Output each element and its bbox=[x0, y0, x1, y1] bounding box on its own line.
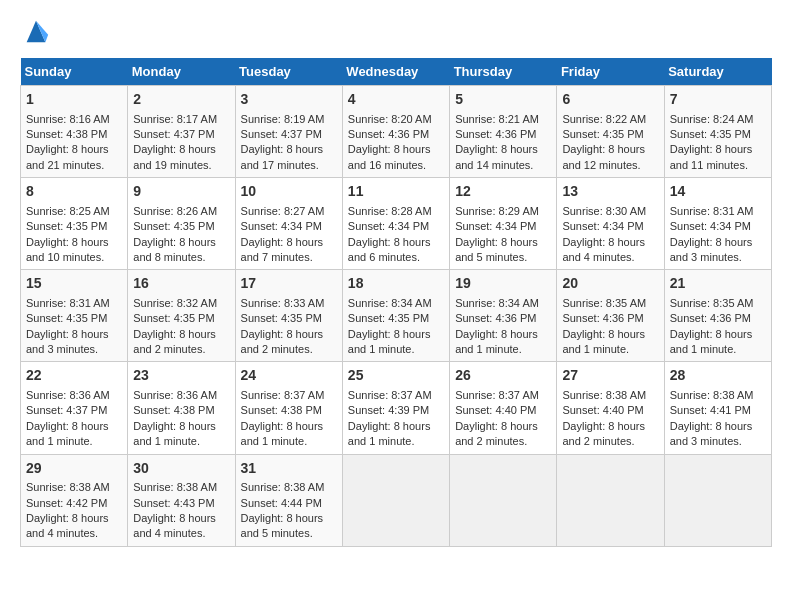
calendar-cell: 2Sunrise: 8:17 AMSunset: 4:37 PMDaylight… bbox=[128, 86, 235, 178]
daylight-minutes: and 7 minutes. bbox=[241, 251, 313, 263]
daylight-minutes: and 17 minutes. bbox=[241, 159, 319, 171]
daylight-label: Daylight: 8 hours bbox=[670, 328, 753, 340]
daylight-label: Daylight: 8 hours bbox=[241, 512, 324, 524]
sunset-line: Sunset: 4:35 PM bbox=[670, 128, 751, 140]
sunset-line: Sunset: 4:36 PM bbox=[348, 128, 429, 140]
sunrise-line: Sunrise: 8:38 AM bbox=[26, 481, 110, 493]
daylight-minutes: and 1 minute. bbox=[241, 435, 308, 447]
sunrise-line: Sunrise: 8:29 AM bbox=[455, 205, 539, 217]
sunset-line: Sunset: 4:38 PM bbox=[241, 404, 322, 416]
day-number: 26 bbox=[455, 366, 551, 386]
day-header-wednesday: Wednesday bbox=[342, 58, 449, 86]
daylight-label: Daylight: 8 hours bbox=[348, 236, 431, 248]
daylight-minutes: and 1 minute. bbox=[133, 435, 200, 447]
sunset-line: Sunset: 4:39 PM bbox=[348, 404, 429, 416]
day-header-monday: Monday bbox=[128, 58, 235, 86]
day-number: 13 bbox=[562, 182, 658, 202]
daylight-minutes: and 1 minute. bbox=[670, 343, 737, 355]
daylight-minutes: and 6 minutes. bbox=[348, 251, 420, 263]
calendar-cell: 10Sunrise: 8:27 AMSunset: 4:34 PMDayligh… bbox=[235, 178, 342, 270]
daylight-minutes: and 16 minutes. bbox=[348, 159, 426, 171]
daylight-label: Daylight: 8 hours bbox=[455, 420, 538, 432]
sunrise-line: Sunrise: 8:16 AM bbox=[26, 113, 110, 125]
calendar-week-row: 29Sunrise: 8:38 AMSunset: 4:42 PMDayligh… bbox=[21, 454, 772, 546]
daylight-minutes: and 1 minute. bbox=[348, 435, 415, 447]
sunrise-line: Sunrise: 8:21 AM bbox=[455, 113, 539, 125]
calendar-cell: 14Sunrise: 8:31 AMSunset: 4:34 PMDayligh… bbox=[664, 178, 771, 270]
calendar-cell: 28Sunrise: 8:38 AMSunset: 4:41 PMDayligh… bbox=[664, 362, 771, 454]
daylight-minutes: and 3 minutes. bbox=[670, 251, 742, 263]
day-header-friday: Friday bbox=[557, 58, 664, 86]
daylight-label: Daylight: 8 hours bbox=[26, 328, 109, 340]
sunset-line: Sunset: 4:34 PM bbox=[455, 220, 536, 232]
day-number: 10 bbox=[241, 182, 337, 202]
sunset-line: Sunset: 4:36 PM bbox=[455, 312, 536, 324]
daylight-minutes: and 5 minutes. bbox=[241, 527, 313, 539]
daylight-label: Daylight: 8 hours bbox=[241, 328, 324, 340]
daylight-minutes: and 1 minute. bbox=[562, 343, 629, 355]
daylight-label: Daylight: 8 hours bbox=[133, 143, 216, 155]
calendar-cell: 3Sunrise: 8:19 AMSunset: 4:37 PMDaylight… bbox=[235, 86, 342, 178]
calendar-cell: 21Sunrise: 8:35 AMSunset: 4:36 PMDayligh… bbox=[664, 270, 771, 362]
daylight-label: Daylight: 8 hours bbox=[133, 420, 216, 432]
sunrise-line: Sunrise: 8:38 AM bbox=[562, 389, 646, 401]
sunset-line: Sunset: 4:36 PM bbox=[562, 312, 643, 324]
daylight-label: Daylight: 8 hours bbox=[241, 143, 324, 155]
calendar-cell: 15Sunrise: 8:31 AMSunset: 4:35 PMDayligh… bbox=[21, 270, 128, 362]
sunrise-line: Sunrise: 8:24 AM bbox=[670, 113, 754, 125]
daylight-label: Daylight: 8 hours bbox=[348, 328, 431, 340]
calendar-cell: 4Sunrise: 8:20 AMSunset: 4:36 PMDaylight… bbox=[342, 86, 449, 178]
daylight-label: Daylight: 8 hours bbox=[26, 143, 109, 155]
daylight-minutes: and 4 minutes. bbox=[562, 251, 634, 263]
sunset-line: Sunset: 4:34 PM bbox=[670, 220, 751, 232]
sunset-line: Sunset: 4:35 PM bbox=[562, 128, 643, 140]
day-number: 15 bbox=[26, 274, 122, 294]
daylight-minutes: and 12 minutes. bbox=[562, 159, 640, 171]
day-number: 11 bbox=[348, 182, 444, 202]
calendar-cell: 24Sunrise: 8:37 AMSunset: 4:38 PMDayligh… bbox=[235, 362, 342, 454]
daylight-label: Daylight: 8 hours bbox=[670, 236, 753, 248]
sunrise-line: Sunrise: 8:30 AM bbox=[562, 205, 646, 217]
page-header bbox=[20, 20, 772, 48]
sunrise-line: Sunrise: 8:37 AM bbox=[241, 389, 325, 401]
daylight-minutes: and 4 minutes. bbox=[26, 527, 98, 539]
day-number: 2 bbox=[133, 90, 229, 110]
sunset-line: Sunset: 4:41 PM bbox=[670, 404, 751, 416]
sunset-line: Sunset: 4:44 PM bbox=[241, 497, 322, 509]
calendar-cell: 12Sunrise: 8:29 AMSunset: 4:34 PMDayligh… bbox=[450, 178, 557, 270]
daylight-label: Daylight: 8 hours bbox=[562, 143, 645, 155]
sunrise-line: Sunrise: 8:38 AM bbox=[133, 481, 217, 493]
day-number: 20 bbox=[562, 274, 658, 294]
daylight-minutes: and 11 minutes. bbox=[670, 159, 748, 171]
calendar-cell: 5Sunrise: 8:21 AMSunset: 4:36 PMDaylight… bbox=[450, 86, 557, 178]
day-number: 23 bbox=[133, 366, 229, 386]
calendar-cell: 6Sunrise: 8:22 AMSunset: 4:35 PMDaylight… bbox=[557, 86, 664, 178]
sunrise-line: Sunrise: 8:17 AM bbox=[133, 113, 217, 125]
sunrise-line: Sunrise: 8:22 AM bbox=[562, 113, 646, 125]
calendar-cell: 20Sunrise: 8:35 AMSunset: 4:36 PMDayligh… bbox=[557, 270, 664, 362]
sunrise-line: Sunrise: 8:31 AM bbox=[26, 297, 110, 309]
calendar-cell: 26Sunrise: 8:37 AMSunset: 4:40 PMDayligh… bbox=[450, 362, 557, 454]
sunrise-line: Sunrise: 8:25 AM bbox=[26, 205, 110, 217]
calendar-week-row: 8Sunrise: 8:25 AMSunset: 4:35 PMDaylight… bbox=[21, 178, 772, 270]
daylight-minutes: and 8 minutes. bbox=[133, 251, 205, 263]
sunset-line: Sunset: 4:36 PM bbox=[670, 312, 751, 324]
daylight-minutes: and 3 minutes. bbox=[670, 435, 742, 447]
calendar-cell bbox=[557, 454, 664, 546]
daylight-minutes: and 1 minute. bbox=[455, 343, 522, 355]
calendar-cell: 16Sunrise: 8:32 AMSunset: 4:35 PMDayligh… bbox=[128, 270, 235, 362]
sunrise-line: Sunrise: 8:31 AM bbox=[670, 205, 754, 217]
day-number: 4 bbox=[348, 90, 444, 110]
sunset-line: Sunset: 4:40 PM bbox=[562, 404, 643, 416]
day-number: 19 bbox=[455, 274, 551, 294]
sunset-line: Sunset: 4:37 PM bbox=[133, 128, 214, 140]
day-number: 28 bbox=[670, 366, 766, 386]
sunrise-line: Sunrise: 8:33 AM bbox=[241, 297, 325, 309]
day-number: 12 bbox=[455, 182, 551, 202]
daylight-label: Daylight: 8 hours bbox=[26, 236, 109, 248]
day-number: 29 bbox=[26, 459, 122, 479]
sunrise-line: Sunrise: 8:38 AM bbox=[670, 389, 754, 401]
sunrise-line: Sunrise: 8:37 AM bbox=[455, 389, 539, 401]
daylight-minutes: and 21 minutes. bbox=[26, 159, 104, 171]
daylight-minutes: and 2 minutes. bbox=[133, 343, 205, 355]
